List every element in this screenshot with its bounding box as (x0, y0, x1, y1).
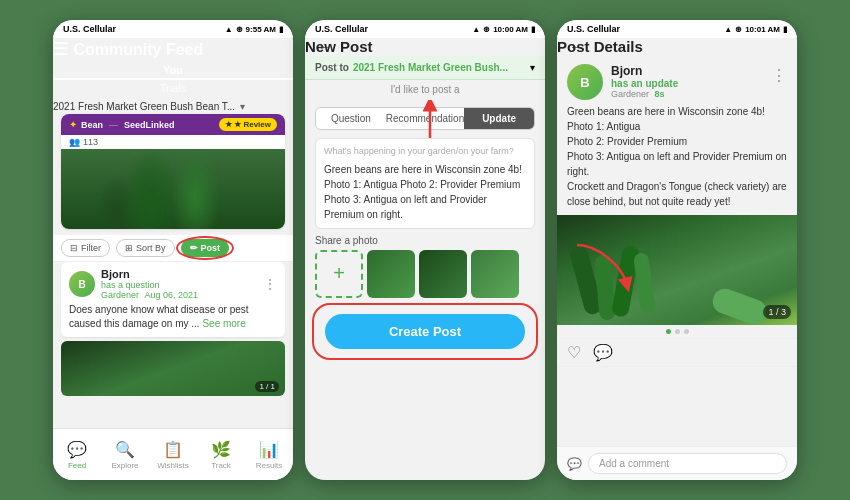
status-bar-1: U.S. Cellular ▲ ⊛ 9:55 AM ▮ (53, 20, 293, 38)
more-options-icon[interactable]: ⋮ (263, 276, 277, 292)
back-arrow-icon-3[interactable]: ← (569, 38, 585, 56)
review-button[interactable]: ★ ★ Review (219, 118, 277, 131)
post-to-chevron: ▾ (530, 62, 535, 73)
status-bar-3: U.S. Cellular ▲ ⊛ 10:01 AM ▮ (557, 20, 797, 38)
feed-title: Community Feed (73, 41, 203, 58)
menu-icon[interactable]: ☰ (53, 39, 69, 59)
back-arrow-icon[interactable]: ← (317, 38, 333, 56)
tab-update[interactable]: Update (464, 108, 534, 129)
star-icon: ✦ (69, 119, 77, 130)
tab-you[interactable]: You (53, 60, 293, 80)
card-brand: SeedLinked (124, 120, 175, 130)
feed-icon: 💬 (67, 440, 87, 459)
wifi-icon-1: ⊛ (236, 25, 243, 34)
post-to-value: 2021 Fresh Market Green Bush... (353, 62, 526, 73)
card-tag: Bean (81, 120, 103, 130)
nav-wishlists[interactable]: 📋 Wishlists (149, 429, 197, 480)
time-2: 10:00 AM (493, 25, 528, 34)
detail-body: Green beans are here in Wisconsin zone 4… (557, 104, 797, 215)
wishlists-icon: 📋 (163, 440, 183, 459)
post-user-row: B Bjorn has a question Gardener Aug 06, … (69, 268, 277, 300)
detail-badge: 8s (655, 89, 665, 99)
post-content-area[interactable]: What's happening in your garden/on your … (315, 138, 535, 229)
people-icon: 👥 (69, 137, 80, 147)
new-post-title: New Post (305, 38, 373, 55)
carrier-1: U.S. Cellular (63, 24, 116, 34)
hand-bean (709, 285, 769, 325)
post-text: Does anyone know what disease or pest ca… (69, 303, 277, 331)
plant-selector-text: 2021 Fresh Market Green Bush Bean T... (53, 101, 235, 112)
feed-tabs: You Trials (53, 60, 293, 96)
carrier-3: U.S. Cellular (567, 24, 620, 34)
sort-button[interactable]: ⊞ Sort By (116, 239, 175, 257)
post-detail-user: B Bjorn has an update Gardener 8s ⋮ (557, 56, 797, 104)
track-icon: 🌿 (211, 440, 231, 459)
pencil-icon: ✏ (190, 243, 198, 253)
detail-meta: Bjorn has an update Gardener 8s (611, 64, 787, 99)
detail-image: 1 / 3 (557, 215, 797, 325)
nav-track[interactable]: 🌿 Track (197, 429, 245, 480)
time-1: 9:55 AM (246, 25, 276, 34)
image-dots (557, 325, 797, 338)
phone2-new-post: U.S. Cellular ▲ ⊛ 10:00 AM ▮ ← New Post … (305, 20, 545, 480)
signal-icon-3: ▲ (724, 25, 732, 34)
red-arrow-3 (567, 235, 637, 295)
sort-icon: ⊞ (125, 243, 133, 253)
phone3-post-details: U.S. Cellular ▲ ⊛ 10:01 AM ▮ ← Post Deta… (557, 20, 797, 480)
nav-results[interactable]: 📊 Results (245, 429, 293, 480)
filter-icon: ⊟ (70, 243, 78, 253)
battery-icon-2: ▮ (531, 25, 535, 34)
detail-actions: ♡ 💬 (557, 338, 797, 367)
tab-trials[interactable]: Trials (53, 78, 293, 96)
page-indicator: 1 / 1 (255, 381, 279, 392)
comment-placeholder-icon: 💬 (567, 457, 582, 471)
photo-thumb-2[interactable] (419, 250, 467, 298)
plant-card: ✦ Bean — SeedLinked ★ ★ Review 👥 113 (61, 114, 285, 229)
post-meta: Bjorn has a question Gardener Aug 06, 20… (101, 268, 257, 300)
photo-thumb-1[interactable] (367, 250, 415, 298)
battery-icon-1: ▮ (279, 25, 283, 34)
post-date: Aug 06, 2021 (145, 290, 199, 300)
add-comment-bar: 💬 Add a comment (557, 446, 797, 480)
signal-icon-1: ▲ (225, 25, 233, 34)
post-role-date: Gardener Aug 06, 2021 (101, 290, 257, 300)
bottom-nav: 💬 Feed 🔍 Explore 📋 Wishlists 🌿 Track 📊 R… (53, 428, 293, 480)
create-post-button[interactable]: Create Post (325, 314, 525, 349)
see-more-link[interactable]: See more (202, 318, 245, 329)
post-to-label: Post to (315, 62, 349, 73)
image-counter: 1 / 3 (763, 305, 791, 319)
post-to-bar: Post to 2021 Fresh Market Green Bush... … (305, 56, 545, 80)
detail-role: Gardener 8s (611, 89, 787, 99)
nav-feed[interactable]: 💬 Feed (53, 429, 101, 480)
filter-button[interactable]: ⊟ Filter (61, 239, 110, 257)
tab-question[interactable]: Question (316, 108, 386, 129)
comment-button[interactable]: 💬 (593, 343, 613, 362)
post-button[interactable]: ✏ Post (181, 239, 230, 257)
followers-count: 👥 113 (61, 135, 285, 149)
battery-icon-3: ▮ (783, 25, 787, 34)
dot-3 (684, 329, 689, 334)
feed-header: ☰ Community Feed (53, 38, 293, 60)
like-button[interactable]: ♡ (567, 343, 581, 362)
action-bar: ⊟ Filter ⊞ Sort By ✏ Post (53, 235, 293, 262)
create-post-container: Create Post (315, 306, 535, 357)
plant-selector[interactable]: 2021 Fresh Market Green Bush Bean T... ▾ (53, 96, 293, 114)
post-username: Bjorn (101, 268, 257, 280)
avatar: B (69, 271, 95, 297)
community-post: B Bjorn has a question Gardener Aug 06, … (61, 262, 285, 337)
post-sub: has a question (101, 280, 257, 290)
add-photo-button[interactable]: + (315, 250, 363, 298)
detail-body-text: Green beans are here in Wisconsin zone 4… (567, 104, 787, 209)
more-options-icon-3[interactable]: ⋮ (771, 66, 787, 85)
detail-avatar: B (567, 64, 603, 100)
add-comment-input[interactable]: Add a comment (588, 453, 787, 474)
detail-username: Bjorn (611, 64, 787, 78)
nav-explore[interactable]: 🔍 Explore (101, 429, 149, 480)
signal-icon-2: ▲ (472, 25, 480, 34)
dot-2 (675, 329, 680, 334)
photo-row: + (315, 250, 535, 298)
photo-thumb-3[interactable] (471, 250, 519, 298)
wifi-icon-2: ⊛ (483, 25, 490, 34)
results-icon: 📊 (259, 440, 279, 459)
red-arrow-1 (410, 100, 450, 140)
